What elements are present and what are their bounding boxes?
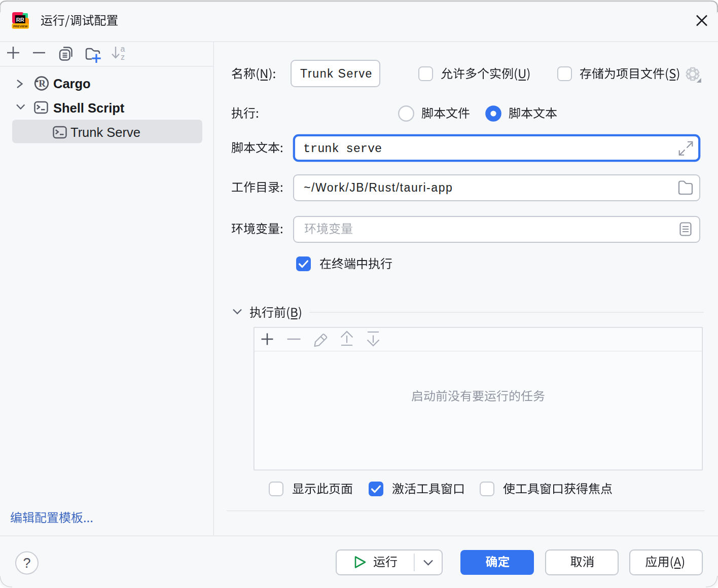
svg-text:RR: RR <box>16 17 24 23</box>
svg-text:Trunk Serve: Trunk Serve <box>70 125 140 139</box>
svg-text:a: a <box>121 45 125 53</box>
svg-text:?: ? <box>23 556 30 571</box>
svg-text:~/Work/JB/Rust/tauri-app: ~/Work/JB/Rust/tauri-app <box>304 181 453 194</box>
svg-text:Trunk Serve: Trunk Serve <box>300 67 373 80</box>
svg-text:PREVIEW: PREVIEW <box>13 24 28 28</box>
svg-text:Shell Script: Shell Script <box>53 101 125 115</box>
svg-text:R: R <box>39 78 46 89</box>
svg-text:trunk serve: trunk serve <box>303 142 382 156</box>
svg-text:z: z <box>121 53 125 61</box>
svg-text:Cargo: Cargo <box>53 77 91 91</box>
